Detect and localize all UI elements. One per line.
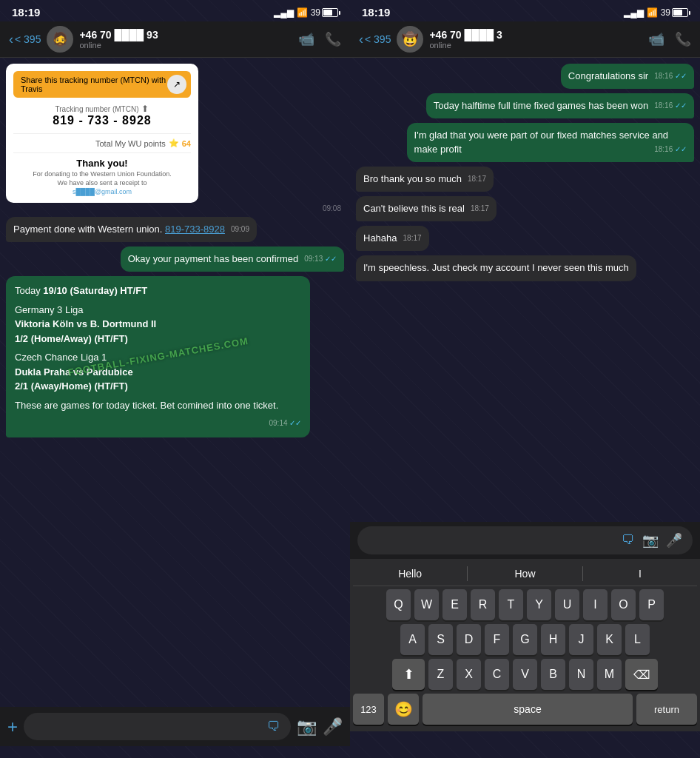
wu-share-label: Share this tracking number (MTCN) with T… [21, 76, 184, 93]
message-bro-thanks: Bro thank you so much 18:17 [356, 167, 494, 192]
key-n[interactable]: N [569, 659, 593, 690]
signal-icon-left: ▂▄▆ [274, 7, 294, 18]
message-time-hahaha: 18:17 [403, 233, 422, 244]
key-m[interactable]: M [597, 659, 622, 690]
input-field-right[interactable]: 🗨 📷 🎤 [357, 526, 693, 554]
wu-card-wrapper: Share this tracking number (MTCN) with T… [6, 64, 344, 212]
message-ticket: FOOTBALL-FIXING-MATCHES.COM Today 19/10 … [6, 276, 310, 437]
key-f[interactable]: F [485, 624, 509, 655]
key-b[interactable]: B [541, 659, 565, 690]
audio-call-icon-left[interactable]: 📞 [325, 31, 341, 47]
key-c[interactable]: C [485, 659, 509, 690]
key-r[interactable]: R [471, 589, 495, 620]
keyboard-row-2: A S D F G H J K L [353, 624, 697, 655]
message-payment-done: Payment done with Western union. 819-733… [6, 217, 257, 242]
header-actions-right: 📹 📞 [648, 31, 691, 47]
key-123[interactable]: 123 [353, 694, 384, 725]
status-bar-right: 18:19 ▂▄▆ 📶 39 [350, 0, 700, 21]
wu-upload-icon[interactable]: ⬆ [141, 104, 149, 114]
key-y[interactable]: Y [527, 589, 551, 620]
chat-input-bar-left[interactable]: + 🗨 📷 🎤 [0, 707, 350, 746]
key-l[interactable]: L [625, 624, 650, 655]
message-glad: I'm glad that you were part of our fixed… [407, 123, 694, 161]
wifi-icon-right: 📶 [647, 7, 658, 18]
chat-header-left[interactable]: ‹ < 395 🧔 +46 70 ████ 93 online 📹 📞 [0, 21, 350, 58]
back-chevron-right: ‹ [359, 32, 363, 47]
tick-confirmed: ✓✓ [325, 255, 337, 263]
suggestion-i[interactable]: I [583, 566, 697, 581]
key-w[interactable]: W [414, 589, 439, 620]
key-v[interactable]: V [513, 659, 537, 690]
suggestion-how[interactable]: How [468, 566, 582, 581]
mic-icon-bottom[interactable]: 🎤 [674, 736, 693, 754]
plus-icon-left[interactable]: + [7, 718, 18, 736]
mic-icon-right[interactable]: 🎤 [666, 532, 682, 549]
message-text-hahaha: Hahaha [363, 232, 397, 244]
key-i[interactable]: I [583, 589, 608, 620]
audio-call-icon-right[interactable]: 📞 [675, 31, 691, 47]
wu-phone-link[interactable]: 819-733-8928 [165, 224, 225, 235]
camera-icon-right[interactable]: 📷 [642, 532, 659, 549]
sticker-icon-right[interactable]: 🗨 [622, 532, 635, 549]
back-count-left[interactable]: < 395 [15, 33, 41, 45]
key-emoji[interactable]: 😊 [388, 694, 419, 725]
message-time-bro-thanks: 18:17 [468, 174, 486, 184]
key-space[interactable]: space [423, 694, 633, 725]
suggestion-hello[interactable]: Hello [353, 566, 468, 581]
wu-star-icon: ⭐ [169, 138, 179, 148]
message-text-glad: I'm glad that you were part of our fixed… [414, 130, 669, 154]
message-cant-believe: Can't believe this is real 18:17 [356, 196, 497, 221]
home-bar-left [138, 751, 212, 754]
home-indicator-left [0, 746, 350, 758]
status-icons-left: ▂▄▆ 📶 39 [274, 7, 338, 18]
header-actions-left: 📹 📞 [298, 31, 341, 47]
ticket-teams2: Dukla Praha vs Pardubice [15, 365, 301, 380]
key-e[interactable]: E [442, 589, 467, 620]
back-button-right[interactable]: ‹ < 395 [359, 32, 391, 47]
sticker-icon-left[interactable]: 🗨 [267, 719, 280, 734]
message-confirmed: Okay your payment has been confirmed 09:… [121, 246, 344, 272]
message-time-halftime: 18:16 ✓✓ [654, 101, 687, 111]
camera-icon-left[interactable]: 📷 [297, 717, 317, 737]
mic-icon-left[interactable]: 🎤 [323, 717, 343, 737]
wu-email: s████@gmail.com [13, 188, 191, 195]
wu-share-btn[interactable]: ↗ [167, 75, 186, 94]
chat-input-bar-right[interactable]: 🗨 📷 🎤 [350, 522, 700, 559]
key-t[interactable]: T [499, 589, 523, 620]
key-shift[interactable]: ⬆ [392, 659, 425, 690]
keyboard-row-4: 123 😊 space return [353, 694, 697, 725]
message-halftime: Today halftime full time fixed games has… [426, 93, 694, 118]
key-x[interactable]: X [457, 659, 481, 690]
back-chevron-left: ‹ [9, 32, 13, 47]
key-delete[interactable]: ⌫ [625, 659, 658, 690]
key-u[interactable]: U [555, 589, 579, 620]
chat-header-right[interactable]: ‹ < 395 🤠 +46 70 ████ 3 online 📹 📞 [350, 21, 700, 58]
key-z[interactable]: Z [428, 659, 453, 690]
keyboard[interactable]: Hello How I Q W E R T Y U I O P A S D F … [350, 559, 700, 731]
key-d[interactable]: D [457, 624, 481, 655]
video-call-icon-left[interactable]: 📹 [298, 31, 314, 47]
status-icons-right: ▂▄▆ 📶 39 [624, 7, 688, 18]
key-a[interactable]: A [400, 624, 425, 655]
globe-icon[interactable]: 🌐 [357, 736, 376, 754]
key-s[interactable]: S [428, 624, 453, 655]
key-h[interactable]: H [541, 624, 565, 655]
back-count-right[interactable]: < 395 [365, 33, 391, 45]
signal-icon-right: ▂▄▆ [624, 7, 644, 18]
key-return[interactable]: return [636, 694, 697, 725]
input-field-left[interactable]: 🗨 [24, 713, 291, 740]
key-p[interactable]: P [639, 589, 664, 620]
key-q[interactable]: Q [386, 589, 411, 620]
video-call-icon-right[interactable]: 📹 [648, 31, 664, 47]
left-chat-panel: 18:19 ▂▄▆ 📶 39 ‹ < 395 🧔 +46 70 ████ 93 … [0, 0, 350, 758]
message-time-payment: 09:09 [231, 224, 249, 235]
ticket-time: 09:14 ✓✓ [15, 415, 301, 430]
key-k[interactable]: K [597, 624, 622, 655]
key-g[interactable]: G [513, 624, 537, 655]
key-o[interactable]: O [611, 589, 636, 620]
right-chat-panel: 18:19 ▂▄▆ 📶 39 ‹ < 395 🤠 +46 70 ████ 3 o… [350, 0, 700, 758]
ticket-result2: 2/1 (Away/Home) (HT/FT) [15, 379, 301, 394]
key-j[interactable]: J [569, 624, 593, 655]
ticket-date: Today 19/10 (Saturday) HT/FT [15, 284, 301, 298]
back-button-left[interactable]: ‹ < 395 [9, 32, 41, 47]
